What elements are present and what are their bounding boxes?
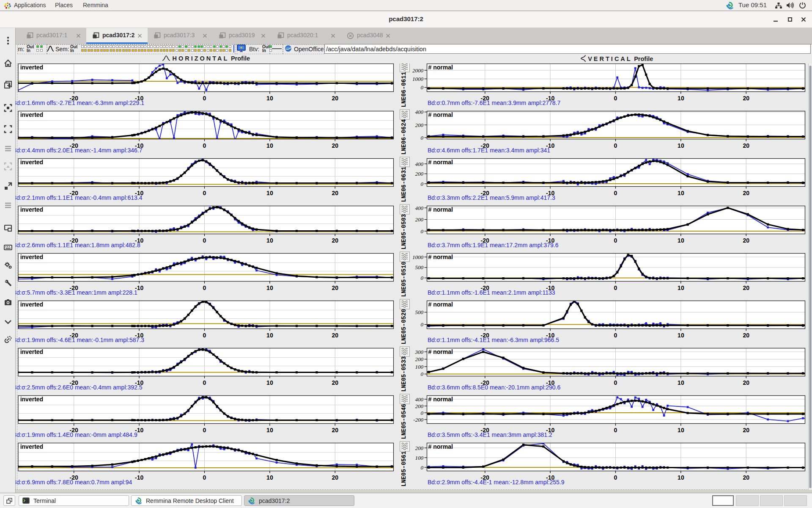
svg-text:10: 10 xyxy=(266,95,273,102)
svg-text:20: 20 xyxy=(743,474,750,481)
svg-text:100: 100 xyxy=(415,455,424,461)
svg-text:Bd:σ:2.6mm offs:1.1E1 mean:1.8: Bd:σ:2.6mm offs:1.1E1 mean:1.8mm ampl:48… xyxy=(13,242,140,248)
svg-text:0: 0 xyxy=(614,379,617,386)
svg-text:20: 20 xyxy=(743,379,750,386)
svg-text:10: 10 xyxy=(266,284,273,291)
svg-text:Bd:σ:2.1mm offs:1.1E1 mean:-0.: Bd:σ:2.1mm offs:1.1E1 mean:-0.4mm ampl:6… xyxy=(13,194,143,201)
svg-text:20: 20 xyxy=(743,190,750,196)
svg-text:# normal: # normal xyxy=(428,206,453,213)
svg-text:# inverted: # inverted xyxy=(15,301,43,308)
svg-text:20: 20 xyxy=(743,284,750,291)
svg-text:0: 0 xyxy=(614,95,617,102)
svg-text:0: 0 xyxy=(421,371,424,377)
svg-text:0: 0 xyxy=(421,464,424,471)
svg-text:200: 200 xyxy=(415,403,424,409)
svg-text:0: 0 xyxy=(614,332,617,339)
svg-text:20: 20 xyxy=(332,284,339,291)
svg-text:20: 20 xyxy=(332,190,339,196)
svg-text:Bd:σ:1.6mm offs:-2.7E1 mean:-6: Bd:σ:1.6mm offs:-2.7E1 mean:-6.3mm ampl:… xyxy=(13,99,144,106)
svg-text:# inverted: # inverted xyxy=(15,206,43,213)
svg-text:Bd:σ:4.6mm offs:1.7E1 mean:3.4: Bd:σ:4.6mm offs:1.7E1 mean:3.4mm ampl:34… xyxy=(428,147,550,154)
svg-text:0: 0 xyxy=(203,427,206,433)
svg-text:Bd:σ:1.1mm offs:-4.1E1 mean:-6: Bd:σ:1.1mm offs:-4.1E1 mean:-6.3mm ampl:… xyxy=(428,337,559,343)
svg-text:Bd:σ:2.5mm offs:2.6E0 mean:-0.: Bd:σ:2.5mm offs:2.6E0 mean:-0.4mm ampl:3… xyxy=(13,384,143,391)
svg-text:10: 10 xyxy=(678,95,684,102)
svg-text:LNE05-0520: LNE05-0520 xyxy=(401,309,407,344)
svg-text:400: 400 xyxy=(415,109,424,115)
svg-text:-10: -10 xyxy=(135,474,143,481)
svg-text:Bd:σ:5.7mm offs:-3.3E1 mean:1m: Bd:σ:5.7mm offs:-3.3E1 mean:1mm ampl:228… xyxy=(13,289,137,296)
svg-text:Bd:σ:3.3mm offs:2.2E1 mean:5.9: Bd:σ:3.3mm offs:2.2E1 mean:5.9mm ampl:41… xyxy=(428,194,555,201)
svg-text:0: 0 xyxy=(421,181,424,187)
svg-text:20: 20 xyxy=(332,474,339,481)
svg-text:LNE05-0561: LNE05-0561 xyxy=(401,451,407,486)
svg-text:0: 0 xyxy=(203,379,206,386)
svg-text:20: 20 xyxy=(332,237,339,244)
svg-text:0: 0 xyxy=(614,284,617,291)
svg-text:0: 0 xyxy=(421,275,424,281)
svg-text:0: 0 xyxy=(203,237,206,244)
svg-text:200: 200 xyxy=(415,122,424,128)
svg-text:10: 10 xyxy=(678,474,684,481)
svg-text:200: 200 xyxy=(415,445,424,451)
svg-text:LNE05-0546: LNE05-0546 xyxy=(401,403,407,439)
svg-text:20: 20 xyxy=(332,427,339,433)
svg-text:400: 400 xyxy=(415,205,424,211)
svg-text:20: 20 xyxy=(743,427,750,433)
svg-text:0: 0 xyxy=(614,474,617,481)
svg-text:10: 10 xyxy=(678,237,684,244)
svg-text:300: 300 xyxy=(415,349,424,355)
svg-text:10: 10 xyxy=(678,190,684,196)
svg-text:# inverted: # inverted xyxy=(15,396,43,403)
svg-text:200: 200 xyxy=(415,356,424,362)
svg-text:200: 200 xyxy=(415,171,424,177)
svg-text:# inverted: # inverted xyxy=(15,159,43,166)
svg-text:LNE06-0631: LNE06-0631 xyxy=(401,166,407,202)
svg-text:Bd:σ:1.9mm offs:1.4E0 mean:-0m: Bd:σ:1.9mm offs:1.4E0 mean:-0mm ampl:484… xyxy=(13,431,137,438)
svg-text:Bd:σ:3.5mm offs:-3.4E1 mean:3m: Bd:σ:3.5mm offs:-3.4E1 mean:3mm ampl:381… xyxy=(428,431,552,438)
svg-text:0: 0 xyxy=(203,142,206,149)
svg-text:# normal: # normal xyxy=(428,111,453,118)
svg-text:20: 20 xyxy=(743,142,750,149)
svg-text:LNE06-0624: LNE06-0624 xyxy=(401,119,407,155)
svg-text:0: 0 xyxy=(203,332,206,339)
svg-text:20: 20 xyxy=(332,142,339,149)
svg-text:# normal: # normal xyxy=(428,159,453,166)
svg-text:500: 500 xyxy=(415,309,424,315)
svg-text:0: 0 xyxy=(614,237,617,244)
svg-text:10: 10 xyxy=(266,332,273,339)
svg-text:# inverted: # inverted xyxy=(15,348,43,355)
svg-text:# normal: # normal xyxy=(428,301,453,308)
svg-text:0: 0 xyxy=(614,142,617,149)
svg-text:20: 20 xyxy=(743,237,750,244)
svg-text:20: 20 xyxy=(332,95,339,102)
svg-text:# inverted: # inverted xyxy=(15,254,43,260)
svg-text:20: 20 xyxy=(743,332,750,339)
svg-text:0: 0 xyxy=(203,284,206,291)
svg-text:1000: 1000 xyxy=(412,76,424,82)
svg-text:Bd:σ:0.7mm offs:-7.6E1 mean:3.: Bd:σ:0.7mm offs:-7.6E1 mean:3.9mm ampl:2… xyxy=(428,99,560,106)
svg-text:10: 10 xyxy=(266,142,273,149)
svg-text:400: 400 xyxy=(415,161,424,167)
svg-text:# inverted: # inverted xyxy=(15,64,43,71)
svg-text:0: 0 xyxy=(421,135,424,141)
svg-text:10: 10 xyxy=(266,474,273,481)
svg-text:LNE06-0611: LNE06-0611 xyxy=(401,72,407,107)
svg-text:10: 10 xyxy=(266,190,273,196)
svg-text:200: 200 xyxy=(415,216,424,223)
svg-text:0: 0 xyxy=(421,410,424,416)
svg-text:0: 0 xyxy=(614,427,617,433)
svg-text:500: 500 xyxy=(415,264,424,271)
svg-text:1000: 1000 xyxy=(412,254,424,260)
svg-text:10: 10 xyxy=(266,427,273,433)
svg-text:Bd:σ:1.9mm offs:-4.6E1 mean:-0: Bd:σ:1.9mm offs:-4.6E1 mean:-0.1mm ampl:… xyxy=(13,337,144,343)
svg-text:10: 10 xyxy=(266,237,273,244)
svg-text:10: 10 xyxy=(678,284,684,291)
svg-text:0: 0 xyxy=(421,84,424,91)
svg-text:LNE05-0510: LNE05-0510 xyxy=(401,261,407,297)
svg-text:Bd:σ:2.9mm offs:-4.4E-1 mean:-: Bd:σ:2.9mm offs:-4.4E-1 mean:-12.8mm amp… xyxy=(428,479,565,486)
svg-text:# normal: # normal xyxy=(428,254,453,260)
svg-text:10: 10 xyxy=(678,142,684,149)
svg-text:LNE05-0503: LNE05-0503 xyxy=(401,214,407,249)
svg-text:0: 0 xyxy=(421,228,424,235)
